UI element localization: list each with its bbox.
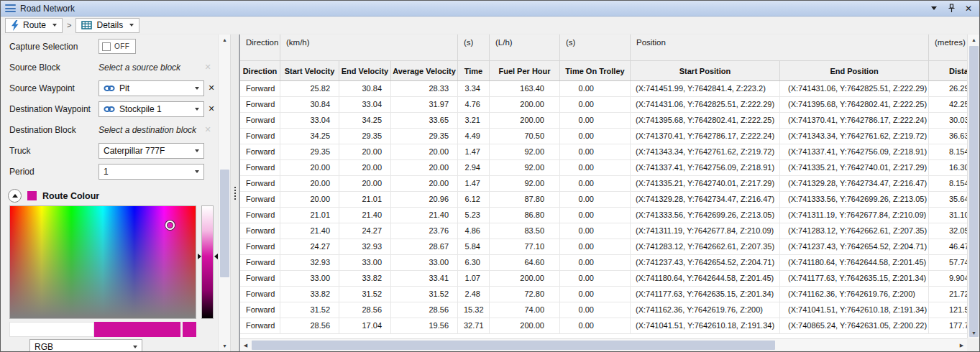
cell: 16.30904 xyxy=(929,160,967,175)
table-row[interactable]: Forward24.2732.9328.675.8477.100.00(X:74… xyxy=(240,239,967,255)
table-row[interactable]: Forward33.0033.8233.411.07200.000.00(X:7… xyxy=(240,271,967,287)
column-header-average-velocity[interactable]: Average Velocity xyxy=(391,61,458,80)
table-row[interactable]: Forward28.5617.0419.5632.71200.000.00(X:… xyxy=(240,318,967,334)
table-row[interactable]: Forward20.0021.0120.966.1287.800.00(X:74… xyxy=(240,192,967,208)
cell: Forward xyxy=(240,208,280,223)
table-row[interactable]: Forward31.5228.5628.5615.3274.000.00(X:7… xyxy=(240,302,967,318)
lightning-icon xyxy=(11,20,19,31)
table-row[interactable]: Forward30.8433.0431.974.76200.000.00(X:7… xyxy=(240,97,967,113)
scroll-left-icon[interactable]: ◀ xyxy=(240,339,251,351)
table-row[interactable]: Forward20.0020.0020.002.9492.000.00(X:74… xyxy=(240,160,967,176)
table-row[interactable]: Forward20.0020.0020.001.4792.000.00(X:74… xyxy=(240,176,967,192)
scroll-right-icon[interactable]: ▶ xyxy=(956,339,967,351)
table-row[interactable]: Forward21.4024.2723.764.8683.500.00(X:74… xyxy=(240,223,967,239)
column-header-start-velocity[interactable]: Start Velocity xyxy=(280,61,339,80)
clear-source-waypoint-button[interactable]: ✕ xyxy=(204,83,218,93)
saturation-gradient-picker[interactable] xyxy=(9,205,196,319)
column-header-start-position[interactable]: Start Position xyxy=(631,61,780,80)
table-horizontal-scrollbar[interactable]: ◀ ▶ xyxy=(240,338,967,351)
scroll-up-icon[interactable]: ▲ xyxy=(219,34,231,45)
destination-block-placeholder[interactable]: Select a destination block xyxy=(99,125,201,135)
route-dropdown-button[interactable]: Route xyxy=(5,18,63,33)
scrollbar-thumb[interactable] xyxy=(969,46,979,337)
collapse-section-button[interactable] xyxy=(8,189,22,203)
table-row[interactable]: Forward34.2529.3529.354.4970.500.00(X:74… xyxy=(240,129,967,144)
column-header-end-position[interactable]: End Position xyxy=(780,61,929,80)
scrollbar-thumb[interactable] xyxy=(220,170,229,277)
cell: Forward xyxy=(240,160,280,175)
table-row[interactable]: Forward29.3520.0020.001.4792.000.00(X:74… xyxy=(240,144,967,160)
chevron-down-icon xyxy=(195,108,199,111)
colour-selector-cursor[interactable] xyxy=(165,221,175,230)
cell: 8.154521 xyxy=(929,176,967,191)
source-block-placeholder[interactable]: Select a source block xyxy=(99,62,201,73)
cell: 29.35 xyxy=(339,129,391,144)
cell: 31.52 xyxy=(391,287,458,302)
cell: 5.84 xyxy=(458,239,490,254)
pin-button[interactable] xyxy=(945,3,958,14)
cell: 57.74469 xyxy=(929,255,967,270)
column-header-time[interactable]: Time xyxy=(458,61,490,80)
table-row[interactable]: Forward33.0434.2533.653.21200.000.00(X:7… xyxy=(240,113,967,129)
value-slider[interactable] xyxy=(201,205,214,319)
clear-destination-waypoint-button[interactable]: ✕ xyxy=(204,104,218,114)
panel-splitter[interactable] xyxy=(230,34,239,351)
column-header-distance[interactable]: Distance xyxy=(929,61,967,80)
table-row[interactable]: Forward33.8231.5231.522.4872.800.00(X:74… xyxy=(240,287,967,302)
destination-waypoint-select[interactable]: Stockpile 1 xyxy=(99,101,204,117)
cell: 6.12 xyxy=(458,192,490,207)
source-block-field: Source Block Select a source block ✕ xyxy=(1,57,218,78)
cell: 20.00 xyxy=(339,160,391,175)
truck-select[interactable]: Caterpillar 777F xyxy=(99,143,204,159)
cell: Forward xyxy=(240,192,280,207)
toggle-knob xyxy=(102,42,111,51)
cell: 30.03862 xyxy=(929,113,967,128)
window-position-menu-button[interactable] xyxy=(928,3,940,14)
cell: 15.32 xyxy=(458,302,490,318)
scroll-down-icon[interactable]: ▼ xyxy=(219,341,231,351)
column-header-fuel-per-hour[interactable]: Fuel Per Hour xyxy=(490,61,560,80)
table-row[interactable]: Forward32.9333.0033.006.3064.600.00(X:74… xyxy=(240,255,967,271)
scroll-down-icon[interactable]: ▼ xyxy=(968,328,979,338)
colour-mode-select[interactable]: RGB xyxy=(29,339,142,351)
table-vertical-scrollbar[interactable]: ▲ ▼ xyxy=(967,34,979,338)
slider-handle-left-icon[interactable] xyxy=(198,254,201,259)
cell: Forward xyxy=(240,287,280,302)
cell: 0.00 xyxy=(560,81,631,96)
cell: (X:741180.64, Y:7642644.58, Z:201.45) xyxy=(780,255,929,270)
capture-selection-toggle[interactable]: OFF xyxy=(99,39,136,54)
column-header-direction[interactable]: Direction xyxy=(240,61,280,80)
cell: 32.05929 xyxy=(929,223,967,238)
close-icon: ✕ xyxy=(965,4,972,14)
chevron-down-icon xyxy=(195,87,199,90)
cell: Forward xyxy=(240,81,280,96)
cell: 86.80 xyxy=(490,208,560,223)
source-waypoint-field: Source Waypoint Pit ✕ xyxy=(1,78,218,98)
road-network-window: Road Network ✕ Route > xyxy=(0,0,980,352)
source-waypoint-select[interactable]: Pit xyxy=(99,80,204,96)
cell: (X:741329.28, Y:7642734.47, Z:216.47) xyxy=(780,176,929,191)
cell: (X:741237.43, Y:7642654.52, Z:204.71) xyxy=(780,239,929,254)
cell: 0.00 xyxy=(560,208,631,223)
column-header-end-velocity[interactable]: End Velocity xyxy=(339,61,391,80)
table-row[interactable]: Forward21.0121.4021.405.2386.800.00(X:74… xyxy=(240,208,967,223)
cell: 0.00 xyxy=(560,129,631,144)
cell: 1.47 xyxy=(458,176,490,191)
settings-panel-scrollbar[interactable]: ▲ ▼ xyxy=(218,34,230,351)
scrollbar-thumb[interactable] xyxy=(252,341,775,350)
table-row[interactable]: Forward25.8230.8428.333.34163.400.00(X:7… xyxy=(240,81,967,97)
column-header-time-on-trolley[interactable]: Time On Trolley xyxy=(560,61,631,80)
cell: 21.40 xyxy=(280,223,339,238)
main-area: Capture Selection OFF Source Block Selec… xyxy=(1,34,979,351)
cell: 0.00 xyxy=(560,302,631,318)
cell: 177.7277 xyxy=(929,318,967,333)
period-select[interactable]: 1 xyxy=(99,164,204,180)
cell: 92.00 xyxy=(490,160,560,175)
cell: (X:741431.06, Y:7642825.51, Z:222.29) xyxy=(631,97,780,112)
destination-waypoint-value: Stockpile 1 xyxy=(119,104,188,114)
window-title: Road Network xyxy=(20,4,75,14)
details-dropdown-button[interactable]: Details xyxy=(75,18,139,33)
scroll-up-icon[interactable]: ▲ xyxy=(968,34,979,45)
close-button[interactable]: ✕ xyxy=(962,3,975,14)
cell: 29.35 xyxy=(391,129,458,144)
